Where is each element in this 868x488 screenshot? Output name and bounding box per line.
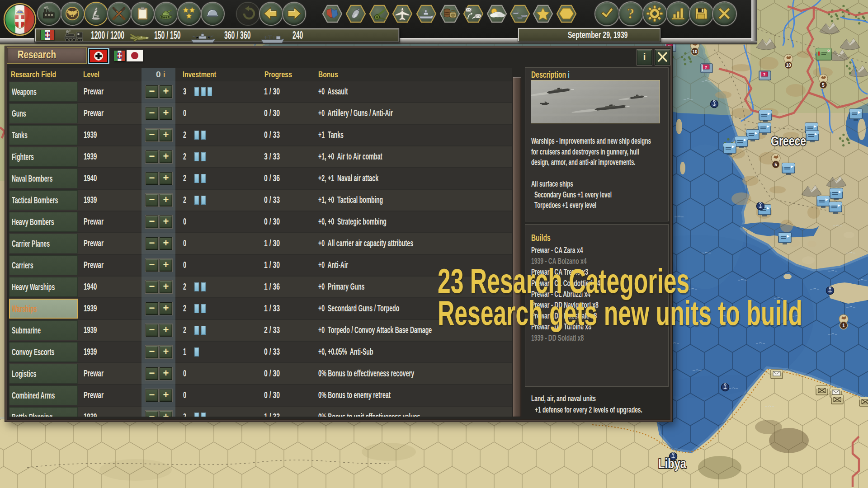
greek-unit-counter[interactable] <box>817 196 830 208</box>
supply-button[interactable] <box>438 4 462 24</box>
naval-mode-button[interactable] <box>415 4 438 24</box>
italian-unit-counter[interactable] <box>771 370 783 379</box>
increase-investment-button[interactable]: + <box>160 324 172 337</box>
research-row-heavy-warships[interactable]: Heavy Warships1940−+21 / 36+0 Primary Gu… <box>9 277 512 297</box>
increase-investment-button[interactable]: + <box>160 237 172 250</box>
field-cell[interactable]: Combined Arms <box>9 385 78 405</box>
greek-unit-counter[interactable] <box>746 130 759 141</box>
field-cell[interactable]: Tactical Bombers <box>9 190 78 210</box>
exit-button[interactable] <box>713 2 736 25</box>
close-window-button[interactable] <box>655 50 670 65</box>
research-row-warships[interactable]: Warships1939−+21 / 33+0 Secondard Guns /… <box>9 298 512 319</box>
weather-button[interactable] <box>485 4 509 24</box>
convoy-map-button[interactable] <box>508 4 532 24</box>
field-cell[interactable]: Carriers <box>9 255 78 275</box>
increase-investment-button[interactable]: + <box>160 411 172 417</box>
decrease-investment-button[interactable]: − <box>146 389 158 402</box>
commanders-button[interactable] <box>178 3 200 25</box>
decrease-investment-button[interactable]: − <box>146 216 158 228</box>
research-row-weapons[interactable]: WeaponsPrewar−+31 / 30+0 Assault <box>9 81 512 102</box>
map-mode-button[interactable] <box>321 4 344 24</box>
city-unit-counter[interactable] <box>816 48 831 60</box>
increase-investment-button[interactable]: + <box>160 259 172 272</box>
info-button[interactable]: i <box>637 50 652 65</box>
increase-investment-button[interactable]: + <box>160 85 172 98</box>
research-button[interactable] <box>85 3 107 25</box>
italian-unit-counter[interactable] <box>816 386 828 395</box>
next-unit-button[interactable] <box>283 3 305 25</box>
decrease-investment-button[interactable]: − <box>146 259 158 272</box>
increase-investment-button[interactable]: + <box>160 281 172 293</box>
naval-unit-marker[interactable] <box>722 384 729 391</box>
artillery-button[interactable] <box>368 4 391 24</box>
greek-unit-counter[interactable] <box>830 188 843 200</box>
field-cell[interactable]: Submarine <box>9 320 78 340</box>
research-row-heavy-bombers[interactable]: Heavy BombersPrewar−+00 / 30+0, +0 Strat… <box>9 211 512 232</box>
country-tab-italy[interactable] <box>114 51 125 61</box>
field-cell[interactable]: Logistics <box>9 364 78 384</box>
politics-button[interactable] <box>61 3 84 25</box>
decrease-investment-button[interactable]: − <box>146 281 158 293</box>
decrease-investment-button[interactable]: − <box>146 194 158 206</box>
italian-unit-counter[interactable] <box>831 395 843 404</box>
settings-button[interactable] <box>643 2 666 25</box>
field-cell[interactable]: Carrier Planes <box>9 234 78 253</box>
greek-unit-counter[interactable] <box>782 163 795 175</box>
greek-unit-counter[interactable] <box>778 233 791 244</box>
increase-investment-button[interactable]: + <box>160 129 172 141</box>
decrease-investment-button[interactable]: − <box>146 150 158 163</box>
research-row-naval-bombers[interactable]: Naval Bombers1940−+20 / 36+2, +1 Naval a… <box>9 168 512 189</box>
field-cell[interactable]: Tanks <box>9 125 78 145</box>
research-row-guns[interactable]: GunsPrewar−+00 / 30+0 Artillery / Guns /… <box>9 103 512 124</box>
field-cell[interactable]: Battle Planning <box>9 407 78 417</box>
research-row-fighters[interactable]: Fighters1939−+23 / 33+1, +0 Air to Air c… <box>9 146 512 167</box>
field-cell[interactable]: Heavy Warships <box>9 277 78 297</box>
greek-unit-counter[interactable] <box>758 123 771 135</box>
decrease-investment-button[interactable]: − <box>146 129 158 141</box>
table-scrollbar[interactable] <box>512 77 522 417</box>
field-cell[interactable]: Warships <box>9 299 78 319</box>
purchase-button[interactable] <box>155 3 177 25</box>
field-cell[interactable]: Convoy Escorts <box>9 342 78 362</box>
decrease-investment-button[interactable]: − <box>146 302 158 315</box>
losses-button[interactable] <box>202 3 224 25</box>
italy-national-emblem[interactable] <box>3 2 37 37</box>
end-turn-button[interactable] <box>595 2 618 25</box>
increase-investment-button[interactable]: + <box>160 150 172 163</box>
increase-investment-button[interactable]: + <box>160 302 172 315</box>
decrease-investment-button[interactable]: − <box>146 411 158 417</box>
research-row-tactical-bombers[interactable]: Tactical Bombers1939−+20 / 33+1, +0 Tact… <box>9 190 512 211</box>
naval-unit-marker[interactable] <box>757 202 764 210</box>
decrease-investment-button[interactable]: − <box>146 346 158 358</box>
greek-unit-counter[interactable] <box>806 131 819 142</box>
town-marker[interactable]: 5 <box>771 154 780 169</box>
decrease-investment-button[interactable]: − <box>146 367 158 380</box>
field-cell[interactable]: Heavy Bombers <box>9 212 78 232</box>
research-row-combined-arms[interactable]: Combined ArmsPrewar−+00 / 300% Bonus to … <box>9 385 512 406</box>
field-cell[interactable]: Fighters <box>9 147 78 167</box>
research-row-tanks[interactable]: Tanks1939−+20 / 33+1 Tanks <box>9 125 512 145</box>
increase-investment-button[interactable]: + <box>160 346 172 358</box>
increase-investment-button[interactable]: + <box>160 216 172 228</box>
increase-investment-button[interactable]: + <box>160 389 172 402</box>
field-cell[interactable]: Naval Bombers <box>9 169 78 188</box>
greek-unit-counter[interactable] <box>849 109 862 121</box>
greek-unit-counter[interactable] <box>759 110 772 122</box>
increase-investment-button[interactable]: + <box>160 367 172 380</box>
production-button[interactable] <box>38 3 60 25</box>
research-row-carrier-planes[interactable]: Carrier PlanesPrewar−+01 / 30+0 All carr… <box>9 233 512 254</box>
strategic-attack-button[interactable] <box>344 4 368 24</box>
town-marker[interactable]: 5 <box>819 74 828 89</box>
strategic-move-button[interactable] <box>462 4 485 24</box>
decrease-investment-button[interactable]: − <box>146 107 158 120</box>
country-tab-japan[interactable] <box>127 50 143 61</box>
scrollbar-thumb[interactable] <box>513 77 521 417</box>
increase-investment-button[interactable]: + <box>160 194 172 206</box>
previous-unit-button[interactable] <box>260 3 282 25</box>
decrease-investment-button[interactable]: − <box>146 324 158 337</box>
reports-button[interactable] <box>132 3 154 25</box>
research-row-convoy-escorts[interactable]: Convoy Escorts1939−+10 / 33+0, +0.05% An… <box>9 342 512 362</box>
help-button[interactable]: ? <box>619 2 642 25</box>
increase-investment-button[interactable]: + <box>160 107 172 120</box>
increase-investment-button[interactable]: + <box>160 172 172 185</box>
